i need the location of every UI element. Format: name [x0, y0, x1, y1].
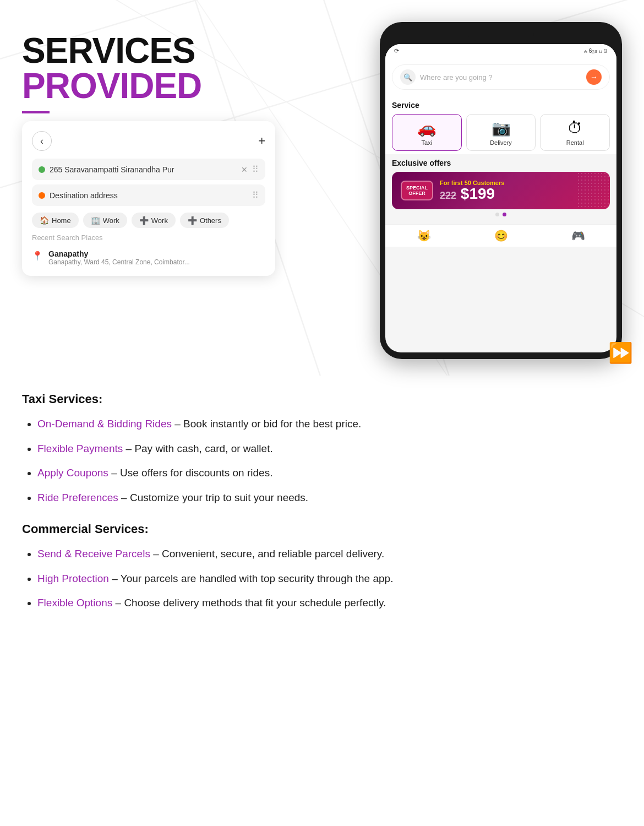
back-button[interactable]: ‹: [32, 131, 52, 151]
commercial-item-3-rest: Choose delivery methods that fit your sc…: [124, 597, 386, 608]
search-placeholder-text: Where are you going ?: [420, 73, 582, 81]
hero-title-black: SERVICES: [22, 33, 264, 68]
commercial-item-2-highlight: High Protection: [37, 573, 109, 584]
tab-home[interactable]: 🏠 Home: [32, 213, 79, 228]
offer-badge: SPECIAL OFFER: [401, 181, 433, 200]
taxi-item-4-rest: Customize your trip to suit your needs.: [130, 492, 308, 503]
home-icon: 🏠: [40, 216, 49, 225]
taxi-services-section: Taxi Services: On-Demand & Bidding Rides…: [22, 392, 622, 506]
nav-icon-3[interactable]: 🎮: [571, 229, 585, 242]
commercial-item-2-rest: Your parcels are handled with top securi…: [121, 573, 394, 584]
tab-home-label: Home: [52, 216, 71, 225]
service-card-delivery[interactable]: 📷 Delivery: [466, 114, 536, 151]
phone-notch: [468, 29, 534, 41]
destination-dot: [39, 192, 45, 199]
hero-title-purple: PROVIDED: [22, 68, 264, 104]
bottom-content: Taxi Services: On-Demand & Bidding Rides…: [0, 376, 644, 655]
clear-source-button[interactable]: ✕: [241, 165, 248, 174]
commercial-item-1-rest: Convenient, secure, and reliable parcel …: [162, 548, 384, 559]
taxi-icon: 🚗: [417, 119, 436, 137]
taxi-services-list: On-Demand & Bidding Rides – Book instant…: [22, 416, 622, 506]
phone-left-topbar: ‹ +: [32, 131, 265, 151]
commercial-services-section: Commercial Services: Send & Receive Parc…: [22, 522, 622, 611]
phone-right-wrap: ⟳ ஃ 6நா ப பி 🔍 Where are you going ? → S…: [281, 22, 622, 359]
source-address-text: 265 Saravanampatti Siranandha Pur: [50, 165, 237, 174]
nav-icon-2[interactable]: 😊: [494, 229, 508, 242]
add-button[interactable]: +: [258, 134, 265, 148]
status-text: ஃ 6நா ப பி: [584, 48, 608, 55]
taxi-item-3-highlight: Apply Coupons: [37, 467, 108, 479]
taxi-item-3: Apply Coupons – Use offers for discounts…: [37, 465, 622, 481]
offer-dots-pattern: [577, 172, 610, 209]
service-card-taxi[interactable]: 🚗 Taxi: [392, 114, 462, 151]
dot-1: [495, 213, 499, 216]
dot-2-active: [503, 213, 506, 216]
nav-icon-1[interactable]: 😺: [417, 229, 431, 242]
offer-badge-line1: SPECIAL: [406, 185, 428, 191]
offer-new-price: $199: [461, 185, 495, 202]
destination-input-row[interactable]: Destination address ⠿: [32, 184, 265, 206]
service-section-title: Service: [392, 101, 610, 110]
drag-handle-source: ⠿: [252, 164, 259, 175]
taxi-item-2-highlight: Flexible Payments: [37, 443, 123, 454]
commercial-item-3-dash: –: [116, 597, 124, 608]
taxi-item-3-rest: Use offers for discounts on rides.: [120, 467, 272, 479]
commercial-item-2: High Protection – Your parcels are handl…: [37, 571, 622, 587]
phone-screen: ⟳ ஃ 6நா ப பி 🔍 Where are you going ? → S…: [385, 44, 616, 352]
plus-icon-2: ➕: [188, 216, 197, 225]
fast-forward-icon: ⏩: [608, 341, 633, 365]
source-dot: [39, 166, 45, 173]
taxi-item-1-rest: Book instantly or bid for the best price…: [183, 418, 361, 430]
taxi-item-2: Flexible Payments – Pay with cash, card,…: [37, 441, 622, 457]
phone-status-bar: ⟳ ஃ 6நா ப பி: [385, 44, 616, 58]
delivery-icon: 📷: [492, 119, 511, 137]
service-card-rental[interactable]: ⏱ Rental: [540, 114, 610, 151]
quick-location-tabs: 🏠 Home 🏢 Work ➕ Work ➕ Others: [32, 213, 265, 228]
commercial-item-1: Send & Receive Parcels – Convenient, sec…: [37, 546, 622, 562]
taxi-services-title: Taxi Services:: [22, 392, 622, 406]
taxi-item-1-dash: –: [174, 418, 183, 430]
taxi-item-2-rest: Pay with cash, card, or wallet.: [134, 443, 272, 454]
service-section: Service 🚗 Taxi 📷 Delivery ⏱ Rental: [385, 96, 616, 154]
taxi-item-4-dash: –: [121, 492, 130, 503]
taxi-item-1-highlight: On-Demand & Bidding Rides: [37, 418, 172, 430]
tab-work-2[interactable]: ➕ Work: [132, 213, 176, 228]
tab-work-2-label: Work: [151, 216, 168, 225]
phone-left-mockup: ‹ + 265 Saravanampatti Siranandha Pur ✕ …: [22, 121, 275, 276]
taxi-item-1: On-Demand & Bidding Rides – Book instant…: [37, 416, 622, 432]
tab-work-1[interactable]: 🏢 Work: [83, 213, 127, 228]
service-cards: 🚗 Taxi 📷 Delivery ⏱ Rental: [392, 114, 610, 151]
taxi-item-4: Ride Preferences – Customize your trip t…: [37, 490, 622, 506]
commercial-services-title: Commercial Services:: [22, 522, 622, 536]
recent-place-row[interactable]: 📍 Ganapathy Ganapathy, Ward 45, Central …: [32, 246, 265, 269]
status-right: ஃ 6நா ப பி: [584, 48, 608, 55]
taxi-label: Taxi: [422, 139, 433, 146]
rental-icon: ⏱: [567, 119, 583, 137]
tab-others-label: Others: [200, 216, 221, 225]
taxi-item-3-dash: –: [111, 467, 120, 479]
place-name: Ganapathy: [48, 249, 190, 258]
commercial-item-1-highlight: Send & Receive Parcels: [37, 548, 150, 559]
place-sub: Ganapathy, Ward 45, Central Zone, Coimba…: [48, 258, 190, 266]
tab-others[interactable]: ➕ Others: [180, 213, 229, 228]
taxi-item-4-highlight: Ride Preferences: [37, 492, 118, 503]
phone-bottom-nav: 😺 😊 🎮: [385, 224, 616, 247]
destination-placeholder-text: Destination address: [50, 191, 248, 200]
offer-card[interactable]: SPECIAL OFFER For first 50 Customers 222…: [392, 172, 610, 209]
search-bar[interactable]: 🔍 Where are you going ? →: [392, 64, 610, 90]
recent-label: Recent Search Places: [32, 233, 265, 242]
commercial-item-3-highlight: Flexible Options: [37, 597, 112, 608]
search-go-button[interactable]: →: [586, 69, 602, 85]
place-details: Ganapathy Ganapathy, Ward 45, Central Zo…: [48, 249, 190, 266]
drag-handle-destination: ⠿: [252, 190, 259, 200]
source-input-row[interactable]: 265 Saravanampatti Siranandha Pur ✕ ⠿: [32, 159, 265, 180]
plus-icon-1: ➕: [139, 216, 149, 225]
offers-title: Exclusive offers: [392, 159, 610, 167]
offers-section: Exclusive offers SPECIAL OFFER For first…: [385, 154, 616, 224]
status-icons-left: ⟳: [394, 47, 399, 55]
offer-pagination-dots: [392, 209, 610, 220]
commercial-item-2-dash: –: [112, 573, 121, 584]
work-icon-1: 🏢: [91, 216, 100, 225]
offer-badge-line2: OFFER: [406, 191, 428, 196]
place-pin-icon: 📍: [32, 251, 43, 261]
